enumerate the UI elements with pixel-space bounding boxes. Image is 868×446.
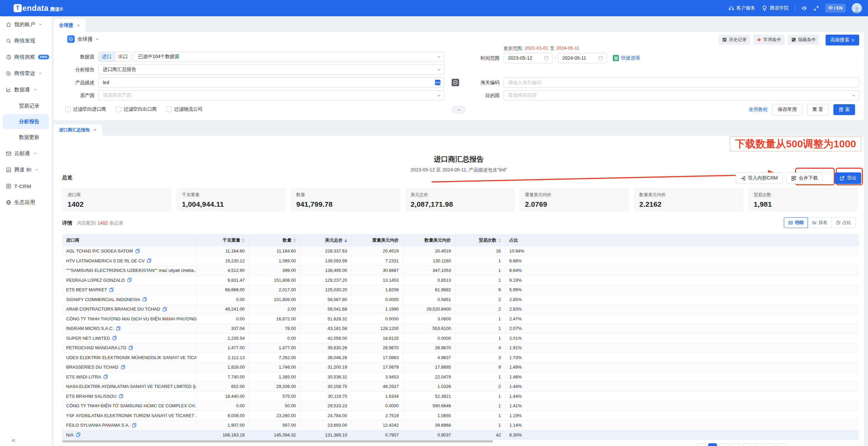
ellipsis-button[interactable]: •••: [766, 443, 775, 446]
importer-name-wrap[interactable]: PETROCHAD MANGARA LTD: [66, 345, 133, 350]
importer-name-wrap[interactable]: INGRAM MICRO S.A.C.: [66, 326, 120, 331]
date-from-input[interactable]: [504, 53, 552, 63]
col-quantity[interactable]: 数量: [249, 234, 300, 246]
page-button[interactable]: 1: [708, 443, 717, 446]
advanced-search-button[interactable]: 高级搜索: [826, 35, 859, 45]
export-button[interactable]: 导出: [835, 172, 861, 184]
company-archive-icon[interactable]: [127, 278, 132, 282]
importer-name-wrap[interactable]: N/A: [66, 432, 80, 438]
col-usd-total[interactable]: 美元总价: [300, 234, 352, 246]
next-page-button[interactable]: ›: [777, 443, 786, 446]
view-detail-button[interactable]: 明细: [784, 217, 808, 228]
filter-checkbox[interactable]: 过滤物流公司: [166, 106, 203, 112]
checkbox-icon[interactable]: [65, 107, 71, 112]
history-button[interactable]: 历史记录: [719, 35, 750, 45]
export-tab[interactable]: 出口: [115, 52, 131, 61]
company-archive-icon[interactable]: [116, 326, 120, 331]
company-archive-icon[interactable]: [109, 287, 114, 292]
form-collapse-toggle[interactable]: [452, 106, 466, 113]
customer-service-link[interactable]: 客户服务: [728, 5, 755, 11]
scope-selector[interactable]: 全球搜: [67, 35, 99, 43]
checkbox-icon[interactable]: [116, 107, 121, 112]
dest-country-select[interactable]: 请选择目的国: [504, 90, 859, 100]
tutorial-link[interactable]: 使用教程: [749, 107, 768, 113]
page-button[interactable]: 3: [731, 443, 740, 446]
hidden-conditions-button[interactable]: 隐藏条件: [788, 35, 819, 45]
tab-global-search[interactable]: 全球搜 ✕: [54, 19, 86, 32]
sidebar-item-discovery[interactable]: 商情发现: [0, 33, 52, 49]
sidebar-item-trade-records[interactable]: 贸易记录: [0, 98, 52, 113]
page-button[interactable]: 2: [720, 443, 729, 446]
sidebar-item-my-account[interactable]: 我的账户: [0, 16, 52, 33]
col-kg-avg-price[interactable]: 重量美元均价: [352, 234, 403, 246]
company-archive-icon[interactable]: [163, 307, 167, 312]
view-ranking-button[interactable]: 排名: [808, 217, 832, 228]
sidebar-item-insight[interactable]: 商情洞察 PRO: [0, 49, 52, 65]
report-type-select[interactable]: 进口商汇总报告: [98, 64, 445, 75]
importer-name-wrap[interactable]: SIGNIFY COMMERCIAL INDONESIA: [66, 297, 147, 302]
col-trade-count[interactable]: 贸易次数: [455, 234, 505, 246]
company-archive-icon[interactable]: [112, 336, 117, 340]
company-archive-icon[interactable]: [119, 394, 123, 398]
origin-country-select[interactable]: 请选择原产国: [98, 90, 445, 100]
reset-button[interactable]: 重 置: [807, 104, 829, 115]
user-avatar[interactable]: [852, 3, 862, 13]
company-archive-icon[interactable]: [135, 249, 140, 254]
sort-icon-active-desc[interactable]: [344, 238, 347, 242]
company-archive-icon[interactable]: [143, 297, 147, 302]
filter-checkbox[interactable]: 过滤空白出口商: [116, 106, 157, 112]
prev-page-button[interactable]: ‹: [697, 443, 705, 446]
importer-name-wrap[interactable]: NASA ELEKTRİK AYDINLATMA SANAYİ VE TİCAR…: [66, 384, 197, 389]
hs-code-input[interactable]: [504, 79, 859, 86]
page-button[interactable]: 5: [754, 443, 763, 446]
announcement-button[interactable]: [801, 5, 807, 11]
importer-name-wrap[interactable]: BRASSERIES DU TCHAD: [66, 365, 125, 370]
company-archive-icon[interactable]: [76, 432, 80, 437]
importer-name-wrap[interactable]: """SAMSUNG ELECTRONICS UZBEKISTAN"" mas`…: [66, 268, 197, 273]
checkbox-icon[interactable]: [166, 107, 172, 112]
company-archive-icon[interactable]: [129, 346, 133, 350]
sidebar-item-analysis-report[interactable]: 分析报告: [3, 114, 49, 129]
sort-icon[interactable]: [242, 238, 245, 242]
importer-name-wrap[interactable]: CÔNG TY TNHH ĐIỆN TỬ SAMSUNG HCMC CE COM…: [66, 403, 197, 408]
date-to-input[interactable]: [558, 53, 607, 63]
company-archive-icon[interactable]: [132, 423, 136, 428]
favorite-conditions-button[interactable]: 常用条件: [753, 35, 785, 45]
sidebar-item-t-crm[interactable]: T-CRM: [0, 178, 52, 194]
sidebar-collapse-button[interactable]: «: [12, 436, 15, 444]
close-icon[interactable]: ✕: [93, 128, 97, 132]
importer-name-wrap[interactable]: YSF AYDINLATMA ELEKTRONİK TURİZM SANAYİ …: [66, 413, 197, 418]
sidebar-item-data-update[interactable]: 数据更新: [0, 130, 52, 145]
data-source-select[interactable]: 已选中104个数据源: [134, 52, 445, 62]
sidebar-item-tendata-bi[interactable]: 腾道 BI: [0, 162, 52, 178]
language-toggle[interactable]: 中 / EN: [825, 4, 846, 13]
importer-name-wrap[interactable]: AGL TCHAD P/C SOGEA SATOM: [66, 248, 140, 254]
col-importer[interactable]: 进口商: [62, 234, 197, 246]
page-button[interactable]: 4: [743, 443, 752, 446]
search-button[interactable]: 搜 索: [833, 104, 855, 115]
sidebar-item-eco-apps[interactable]: 生态应用: [0, 194, 52, 210]
save-common-button[interactable]: 保存常用: [772, 104, 802, 115]
quick-options-link[interactable]: 快捷选项: [613, 55, 640, 61]
company-archive-icon[interactable]: [121, 365, 125, 370]
importer-name-wrap[interactable]: ETS BRAHIM SALISSOU: [66, 394, 123, 399]
filter-checkbox[interactable]: 过滤空白进口商: [65, 106, 106, 112]
merge-download-button[interactable]: 合并下载: [787, 172, 823, 184]
col-qty-avg-price[interactable]: 数量美元均价: [403, 234, 455, 246]
importer-name-wrap[interactable]: HTV LATINOAMERICA S DE RL DE CV: [66, 258, 151, 263]
importer-name-wrap[interactable]: ETS BEST MARKET: [66, 287, 114, 292]
close-icon[interactable]: ✕: [77, 23, 80, 28]
importer-name-wrap[interactable]: PEDRAJA LOPEZ GONZALO: [66, 278, 132, 283]
import-crm-button[interactable]: 导入内部CRM: [736, 172, 782, 184]
date-to-value[interactable]: [558, 55, 598, 61]
importer-name-wrap[interactable]: FEILO SYLVANIA PANAMA S.A.: [66, 423, 136, 428]
view-share-button[interactable]: 占比: [831, 217, 855, 228]
sort-icon[interactable]: [293, 238, 296, 242]
sidebar-item-data-hub[interactable]: 数据通: [0, 81, 52, 98]
company-archive-icon[interactable]: [103, 374, 108, 379]
importer-name-wrap[interactable]: ETS WADI LITRA: [66, 374, 108, 379]
translate-icon[interactable]: 中A: [435, 79, 441, 86]
importer-name-wrap[interactable]: CÔNG TY TNHH THƯƠNG MẠI DỊCH VỤ ĐIỆN MẠN…: [66, 316, 197, 321]
tendata-logo[interactable]: T endata 腾道®: [14, 4, 63, 13]
academy-link[interactable]: 腾道学院: [761, 5, 789, 11]
